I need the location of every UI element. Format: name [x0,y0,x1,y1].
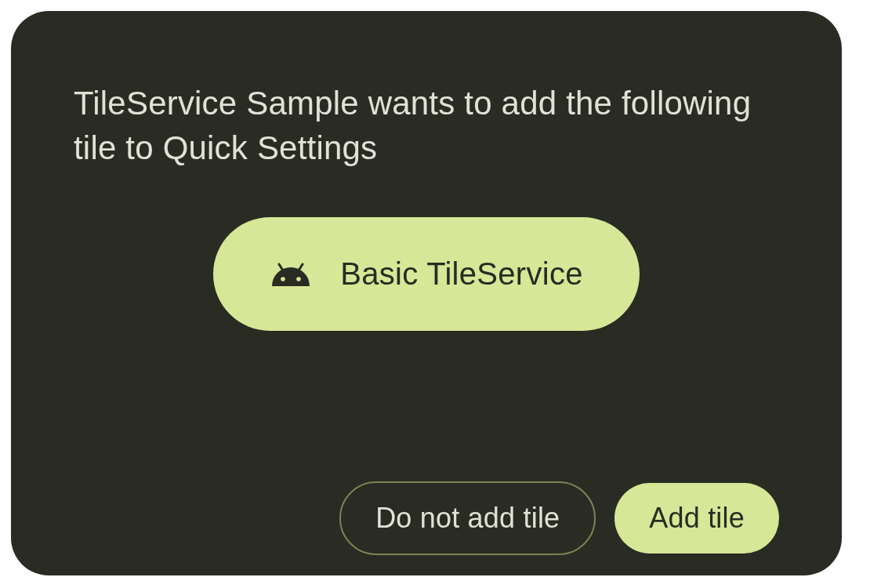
dialog-message: TileService Sample wants to add the foll… [74,82,779,170]
dialog-actions: Do not add tile Add tile [339,481,779,555]
tile-label: Basic TileService [340,256,583,292]
add-tile-button[interactable]: Add tile [614,483,779,554]
android-icon [270,263,312,286]
svg-point-3 [296,277,301,281]
do-not-add-tile-button[interactable]: Do not add tile [339,481,596,555]
svg-point-2 [281,277,285,281]
add-tile-dialog: TileService Sample wants to add the foll… [11,11,842,575]
tile-preview-chip: Basic TileService [213,217,640,331]
